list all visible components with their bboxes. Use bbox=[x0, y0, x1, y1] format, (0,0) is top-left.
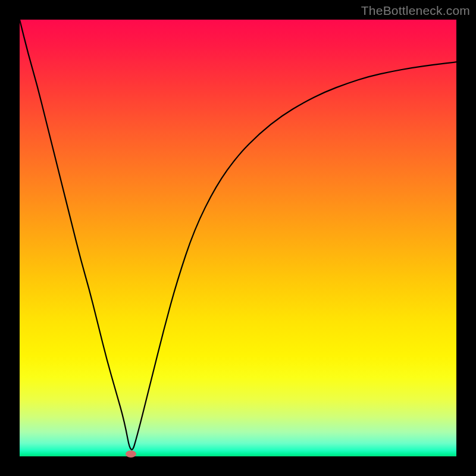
watermark-text: TheBottleneck.com bbox=[361, 4, 470, 18]
chart-frame: TheBottleneck.com bbox=[0, 0, 476, 476]
minimum-marker bbox=[126, 450, 136, 458]
curve-svg bbox=[20, 20, 456, 456]
plot-area bbox=[20, 20, 456, 456]
bottleneck-curve bbox=[20, 20, 456, 450]
